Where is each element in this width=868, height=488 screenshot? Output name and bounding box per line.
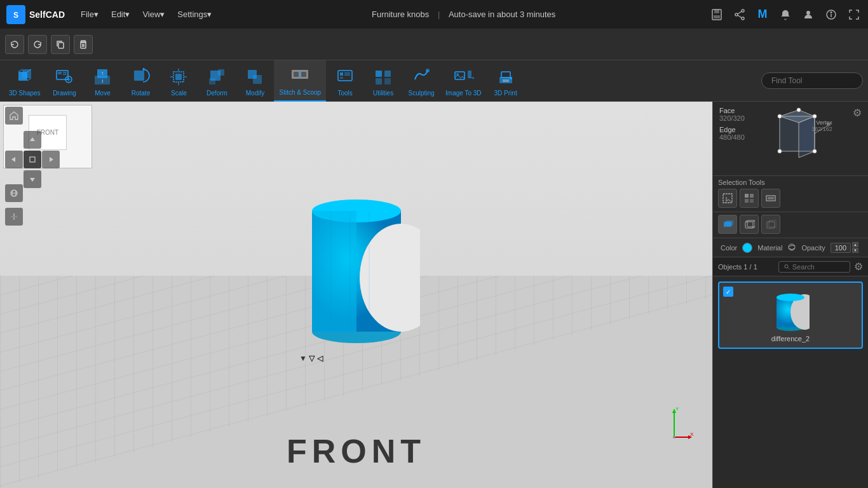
svg-rect-61	[455, 72, 465, 79]
opacity-up-button[interactable]: ▲	[852, 242, 858, 247]
view-front-button[interactable]	[24, 151, 41, 168]
svg-text:Y: Y	[675, 406, 679, 412]
svg-rect-14	[58, 43, 64, 48]
tool-rotate[interactable]: Rotate	[121, 60, 159, 102]
3d-print-icon	[494, 65, 517, 88]
objects-count: Objects 1 / 1	[718, 263, 778, 271]
menu-edit[interactable]: Edit▾	[105, 6, 136, 23]
menu-settings[interactable]: Settings▾	[171, 6, 218, 23]
tool-drawing[interactable]: Drawing	[45, 60, 83, 102]
svg-point-7	[735, 13, 738, 16]
info-icon[interactable]	[824, 7, 839, 22]
svg-line-9	[738, 15, 742, 18]
tool-deform-label: Deform	[207, 90, 227, 97]
svg-line-20	[18, 69, 22, 72]
solid-mode-icon[interactable]	[718, 215, 737, 234]
svg-text:X: X	[690, 431, 693, 437]
color-swatch[interactable]	[742, 243, 752, 253]
drawing-icon	[53, 65, 76, 88]
opacity-label: Opacity	[801, 244, 825, 252]
objects-search-input[interactable]	[792, 263, 844, 271]
m-icon[interactable]: M	[755, 7, 770, 22]
history-controls	[5, 35, 93, 54]
objects-settings-icon[interactable]: ⚙	[854, 261, 863, 273]
svg-point-102	[797, 108, 801, 112]
transparent-mode-icon[interactable]	[761, 215, 780, 234]
svg-rect-53	[340, 77, 343, 79]
tool-sculpting[interactable]: Sculpting	[402, 60, 440, 102]
undo-button[interactable]	[5, 35, 24, 54]
svg-point-68	[510, 77, 512, 79]
app-logo[interactable]: S SelfCAD	[6, 5, 65, 24]
panel-settings-icon[interactable]: ⚙	[853, 107, 862, 119]
svg-point-99	[813, 114, 817, 118]
viewport[interactable]: FRONT	[0, 102, 712, 488]
svg-point-5	[742, 10, 744, 12]
edge-label: Edge	[719, 126, 745, 133]
tool-image-to-3d[interactable]: → Image To 3D	[440, 60, 487, 102]
tool-move[interactable]: ↑ ↕ Move	[83, 60, 121, 102]
material-icon[interactable]	[787, 243, 796, 253]
geo-info: Face 320/320 Edge 480/480	[719, 107, 745, 141]
tool-stitch-scoop[interactable]: Stitch & Scoop	[274, 60, 326, 102]
tool-tools-label: Tools	[337, 90, 352, 97]
redo-button[interactable]	[28, 35, 47, 54]
svg-line-22	[27, 78, 31, 81]
svg-point-127	[776, 294, 804, 301]
wireframe-mode-icon[interactable]	[740, 215, 759, 234]
face-label: Face	[719, 107, 745, 114]
zoom-button[interactable]	[5, 208, 23, 226]
svg-rect-47	[294, 72, 299, 77]
objects-list: ✓	[713, 276, 868, 488]
tool-deform[interactable]: Deform	[198, 60, 236, 102]
orbit-button[interactable]	[5, 184, 23, 202]
axis-indicator: Y X	[655, 405, 693, 444]
svg-rect-64	[468, 71, 471, 78]
color-material-row: Color Material Opacity 100 ▲ ▼	[713, 238, 868, 257]
svg-rect-67	[503, 79, 509, 82]
share-icon[interactable]	[732, 7, 747, 22]
view-left-button[interactable]	[5, 151, 23, 168]
menubar-actions: M	[709, 7, 862, 22]
svg-text:↕: ↕	[101, 78, 104, 84]
notification-icon[interactable]	[778, 7, 793, 22]
select-face-icon[interactable]	[761, 189, 780, 208]
fullscreen-icon[interactable]	[846, 7, 862, 22]
copy-button[interactable]	[51, 35, 70, 54]
svg-rect-69	[30, 157, 35, 162]
save-icon[interactable]	[709, 7, 724, 22]
find-tool-input[interactable]	[761, 72, 863, 89]
search-box	[778, 261, 850, 273]
svg-rect-19	[22, 69, 31, 78]
select-box-icon[interactable]	[718, 189, 737, 208]
object-item-difference-2[interactable]: ✓	[718, 281, 863, 349]
menu-view[interactable]: View▾	[136, 6, 171, 23]
select-all-icon[interactable]	[740, 189, 759, 208]
tool-tools[interactable]: Tools	[326, 60, 364, 102]
view-right-button[interactable]	[42, 151, 60, 168]
modify-icon	[243, 65, 266, 88]
tool-move-label: Move	[95, 90, 110, 97]
svg-text:S: S	[13, 11, 18, 20]
tool-utilities[interactable]: Utilities	[364, 60, 402, 102]
delete-button[interactable]	[74, 35, 93, 54]
svg-rect-111	[768, 197, 774, 200]
view-up-button[interactable]	[24, 131, 41, 149]
tools-icon	[334, 65, 356, 88]
home-view-button[interactable]	[5, 107, 23, 125]
menu-file[interactable]: File▾	[74, 6, 105, 23]
tool-3d-shapes[interactable]: 3D Shapes	[4, 60, 45, 102]
svg-point-13	[831, 11, 832, 13]
vertex-label: Vertex	[816, 119, 832, 126]
user-icon[interactable]	[801, 7, 816, 22]
svg-point-100	[813, 149, 817, 153]
vertex-value: 162/162	[811, 126, 832, 132]
opacity-down-button[interactable]: ▼	[852, 248, 858, 253]
svg-rect-58	[376, 78, 382, 85]
tool-3d-print[interactable]: 3D Print	[487, 60, 525, 102]
tool-scale[interactable]: Scale	[159, 60, 198, 102]
view-down-button[interactable]	[24, 170, 41, 188]
tool-modify[interactable]: Modify	[236, 60, 274, 102]
viewport-front-label: FRONT	[287, 432, 426, 470]
mode-icons-row	[713, 212, 868, 238]
